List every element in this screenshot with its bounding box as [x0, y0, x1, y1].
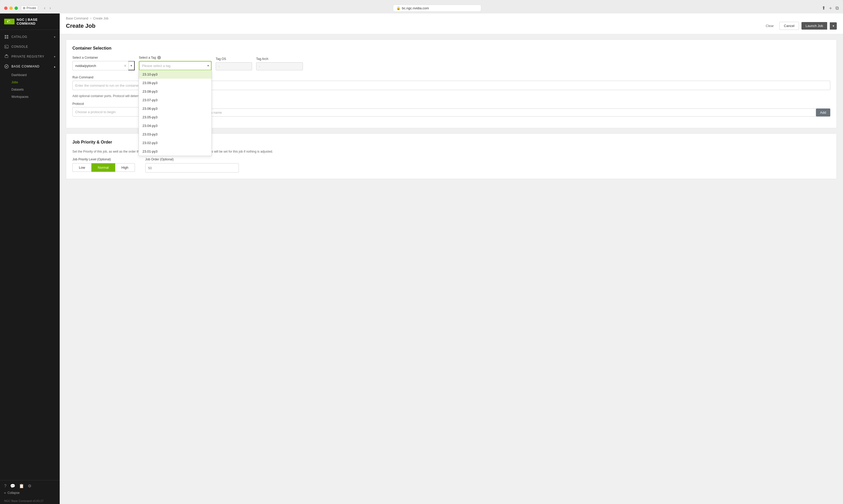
svg-rect-4	[5, 45, 8, 48]
console-icon	[4, 44, 9, 49]
container-tag-row: Select a Container ✕ ▾ Select a Tag	[72, 56, 830, 70]
sidebar-bottom: ? 💬 📋 ⚙ « Collapse	[0, 480, 60, 498]
tag-dropdown-icon: ▾	[208, 64, 209, 68]
base-command-label: BASE COMMAND	[12, 65, 39, 68]
priority-low-button[interactable]: Low	[72, 163, 91, 172]
sidebar-bottom-icons: ? 💬 📋 ⚙	[4, 484, 56, 488]
tag-info-icon[interactable]: i	[157, 56, 161, 59]
settings-icon[interactable]: ⚙	[28, 484, 31, 488]
order-group: Job Order (Optional)	[145, 158, 239, 173]
container-select-wrapper: ✕ ▾	[72, 61, 135, 70]
header-actions: Clear Cancel Launch Job ▾	[763, 22, 837, 30]
sidebar-sub-datasets[interactable]: Datasets	[12, 86, 60, 93]
browser-chrome: ⊞ Private ‹ › 🔒 bc.ngc.nvidia.com ⬆ ＋ ⧉	[0, 0, 843, 14]
container-field: Select a Container ✕ ▾	[72, 56, 135, 70]
container-selection-title: Container Selection	[72, 46, 830, 51]
container-select-btns: ✕ ▾	[122, 61, 135, 70]
tag-arch-field: Tag Arch	[256, 57, 303, 70]
registry-chevron: ▾	[54, 55, 56, 58]
priority-row: Job Priority Level (Optional) Low Normal…	[72, 158, 830, 173]
sidebar-item-console[interactable]: CONSOLE	[0, 42, 60, 52]
logo-text: NGC | BASE COMMAND	[17, 18, 56, 25]
sidebar-sub-items: Dashboard Jobs Datasets Workspaces	[0, 71, 60, 101]
clear-button[interactable]: Clear	[763, 22, 777, 29]
back-button[interactable]: ‹	[42, 5, 47, 11]
protocol-label: Protocol	[72, 102, 145, 106]
priority-buttons: Low Normal High	[72, 163, 135, 172]
sidebar-sub-workspaces[interactable]: Workspaces	[12, 93, 60, 101]
order-input[interactable]	[145, 163, 239, 173]
tag-option-23-04[interactable]: 23.04-py3	[139, 122, 212, 130]
protocol-field: Protocol ▾	[72, 102, 145, 116]
breadcrumb: Base Command > Create Job	[66, 17, 837, 20]
base-command-chevron: ▴	[54, 65, 56, 68]
sidebar-toggle[interactable]: ⊞ Private	[21, 5, 38, 11]
version-text: NGC Base Command v0.83.17	[0, 498, 60, 504]
minimize-button[interactable]	[10, 6, 13, 10]
tabs-button[interactable]: ⧉	[836, 5, 839, 11]
sidebar-section-console: CONSOLE	[0, 42, 60, 52]
collapse-button[interactable]: « Collapse	[4, 491, 56, 494]
protocol-input[interactable]	[72, 107, 145, 116]
protocol-wrapper: ▾	[72, 107, 145, 116]
forward-button[interactable]: ›	[48, 5, 52, 11]
tag-select-wrapper: ▾ 23.10-py3 23.09-py3 23.08-py3 23.07-py…	[139, 61, 212, 70]
sidebar-logo: NGC | BASE COMMAND	[0, 14, 60, 30]
tag-option-23-09[interactable]: 23.09-py3	[139, 79, 212, 87]
tag-os-field: Tag OS	[216, 57, 252, 70]
tag-option-23-07[interactable]: 23.07-py3	[139, 96, 212, 104]
container-clear-btn[interactable]: ✕	[122, 64, 128, 68]
priority-high-button[interactable]: High	[115, 163, 135, 172]
sidebar-sub-dashboard[interactable]: Dashboard	[12, 71, 60, 79]
tag-input[interactable]	[139, 61, 212, 70]
priority-level-label: Job Priority Level (Optional)	[72, 158, 135, 161]
name-label: Name	[149, 103, 830, 107]
page-title-row: Create Job Clear Cancel Launch Job ▾	[66, 22, 837, 30]
launch-job-button[interactable]: Launch Job	[802, 22, 827, 30]
base-command-icon	[4, 64, 9, 69]
tag-option-23-05[interactable]: 23.05-py3	[139, 113, 212, 122]
traffic-lights	[4, 6, 18, 10]
url-display[interactable]: 🔒 bc.ngc.nvidia.com	[393, 5, 481, 12]
sidebar: NGC | BASE COMMAND CATALOG ▾ CONSOLE	[0, 14, 60, 504]
address-bar: 🔒 bc.ngc.nvidia.com	[55, 5, 819, 12]
sidebar-item-private-registry[interactable]: PRIVATE REGISTRY ▾	[0, 52, 60, 61]
sidebar-sub-jobs[interactable]: Jobs	[12, 79, 60, 86]
maximize-button[interactable]	[15, 6, 18, 10]
cancel-button[interactable]: Cancel	[779, 22, 799, 30]
tag-arch-label: Tag Arch	[256, 57, 303, 61]
chat-icon[interactable]: 💬	[10, 484, 15, 488]
sidebar-nav: CATALOG ▾ CONSOLE PRIVATE REGISTRY ▾	[0, 30, 60, 480]
sidebar-item-base-command[interactable]: BASE COMMAND ▴	[0, 61, 60, 71]
private-registry-label: PRIVATE REGISTRY	[12, 55, 44, 58]
container-dropdown-btn[interactable]: ▾	[128, 61, 135, 70]
tag-option-23-01[interactable]: 23.01-py3	[139, 147, 212, 156]
sidebar-section-registry: PRIVATE REGISTRY ▾	[0, 52, 60, 61]
breadcrumb-base[interactable]: Base Command	[66, 17, 88, 20]
help-icon[interactable]: ?	[4, 484, 6, 488]
close-button[interactable]	[4, 6, 7, 10]
name-input[interactable]	[149, 108, 816, 116]
launch-job-chevron[interactable]: ▾	[830, 22, 837, 30]
catalog-chevron: ▾	[54, 36, 56, 38]
catalog-icon	[4, 35, 9, 39]
catalog-label: CATALOG	[12, 35, 27, 39]
copy-icon[interactable]: 📋	[19, 484, 24, 488]
console-label: CONSOLE	[12, 45, 28, 49]
order-label: Job Order (Optional)	[145, 158, 239, 161]
tag-option-23-06[interactable]: 23.06-py3	[139, 104, 212, 113]
share-button[interactable]: ⬆	[822, 5, 826, 11]
tag-option-23-02[interactable]: 23.02-py3	[139, 139, 212, 147]
tag-os-label: Tag OS	[216, 57, 252, 61]
new-tab-button[interactable]: ＋	[828, 5, 833, 11]
registry-icon	[4, 54, 9, 59]
add-button[interactable]: Add	[816, 108, 830, 116]
svg-rect-5	[5, 56, 8, 58]
tag-option-23-03[interactable]: 23.03-py3	[139, 130, 212, 139]
tag-dropdown: 23.10-py3 23.09-py3 23.08-py3 23.07-py3 …	[139, 70, 212, 156]
tag-label: Select a Tag i	[139, 56, 212, 59]
priority-normal-button[interactable]: Normal	[91, 163, 115, 172]
tag-option-23-08[interactable]: 23.08-py3	[139, 87, 212, 96]
sidebar-item-catalog[interactable]: CATALOG ▾	[0, 32, 60, 42]
tag-option-23-10[interactable]: 23.10-py3	[139, 70, 212, 79]
